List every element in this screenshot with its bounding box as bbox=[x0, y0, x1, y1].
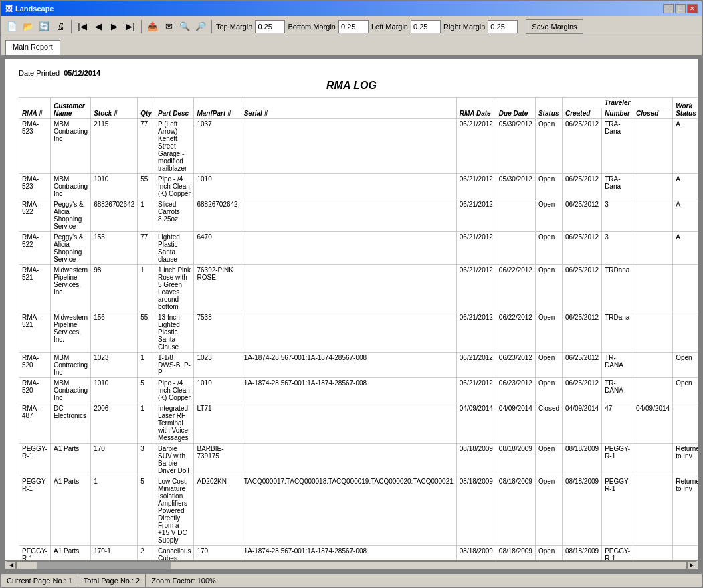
cell-due_date: 06/22/2012 bbox=[496, 265, 535, 312]
email-icon[interactable]: ✉ bbox=[162, 20, 175, 33]
prev-page-icon[interactable]: ◀ bbox=[92, 20, 105, 33]
cell-customer: A1 Parts bbox=[50, 546, 90, 561]
toolbar-separator-3 bbox=[211, 20, 212, 33]
cell-manf: LT71 bbox=[194, 403, 241, 444]
cell-status: Open bbox=[535, 378, 562, 403]
new-icon[interactable]: 📄 bbox=[5, 20, 19, 33]
cell-work_status: Returned to Inv bbox=[673, 444, 698, 476]
top-margin-input[interactable] bbox=[255, 20, 285, 33]
toolbar-separator-2 bbox=[141, 20, 142, 33]
close-button[interactable]: ✕ bbox=[687, 4, 698, 13]
cell-qty: 3 bbox=[138, 444, 155, 476]
refresh-icon[interactable]: 🔄 bbox=[37, 20, 51, 33]
cell-rma_date: 06/21/2012 bbox=[456, 353, 496, 378]
cell-closed bbox=[633, 353, 673, 378]
cell-created: 06/25/2012 bbox=[563, 353, 602, 378]
cell-manf: AD202KN bbox=[194, 476, 241, 546]
cell-customer: Midwestern Pipeline Services, Inc. bbox=[50, 265, 90, 312]
table-row: RMA-523MBM Contracting Inc101055Pipe - /… bbox=[19, 174, 698, 199]
cell-part: Barbie SUV with Barbie Driver Doll bbox=[155, 444, 193, 476]
col-header-qty: Qty bbox=[138, 98, 155, 119]
cell-status: Open bbox=[535, 312, 562, 353]
cell-stock: 1010 bbox=[91, 378, 138, 403]
cell-rma_date: 06/21/2012 bbox=[456, 174, 496, 199]
save-margins-button[interactable]: Save Margins bbox=[526, 19, 583, 34]
open-icon[interactable]: 📂 bbox=[21, 20, 35, 33]
zoom-icon[interactable]: 🔎 bbox=[194, 20, 207, 33]
cell-part: Integrated Laser RF Terminal with Voice … bbox=[155, 403, 193, 444]
status-bar: Current Page No.: 1 Total Page No.: 2 Zo… bbox=[1, 573, 702, 587]
cell-due_date: 04/09/2014 bbox=[496, 403, 535, 444]
cell-serial: TACQ000017:TACQ000018:TACQ000019:TACQ000… bbox=[241, 476, 456, 546]
export-icon[interactable]: 📤 bbox=[146, 20, 159, 33]
cell-status: Open bbox=[535, 199, 562, 232]
col-header-number: Number bbox=[602, 108, 633, 119]
cell-number: PEGGY-R-1 bbox=[602, 444, 633, 476]
cell-work_status bbox=[673, 546, 698, 561]
report-tbody: RMA-523MBM Contracting Inc211577P (Left … bbox=[19, 119, 698, 561]
cell-stock: 170 bbox=[91, 444, 138, 476]
last-page-icon[interactable]: ▶| bbox=[124, 20, 137, 33]
bottom-margin-label: Bottom Margin bbox=[288, 23, 336, 31]
title-bar-controls: ─ □ ✕ bbox=[663, 4, 698, 13]
cell-customer: Peggy's & Alicia Shopping Service bbox=[50, 232, 90, 265]
title-bar: 🖼 Landscape ─ □ ✕ bbox=[1, 1, 702, 16]
cell-manf: 7538 bbox=[194, 312, 241, 353]
left-margin-input[interactable] bbox=[411, 20, 441, 33]
cell-due_date: 06/23/2012 bbox=[496, 378, 535, 403]
cell-work_status: A bbox=[673, 174, 698, 199]
cell-number: TRDana bbox=[602, 312, 633, 353]
cell-stock: 1010 bbox=[91, 174, 138, 199]
cell-rma_date: 06/21/2012 bbox=[456, 378, 496, 403]
cell-rma: RMA-522 bbox=[19, 199, 51, 232]
h-scrollbar-thumb[interactable] bbox=[37, 562, 171, 569]
cell-work_status bbox=[673, 265, 698, 312]
cell-customer: MBM Contracting Inc bbox=[50, 378, 90, 403]
maximize-button[interactable]: □ bbox=[675, 4, 686, 13]
cell-qty: 77 bbox=[138, 119, 155, 174]
print-icon[interactable]: 🖨 bbox=[54, 20, 67, 33]
cell-part: Pipe - /4 Inch Clean (K) Copper bbox=[155, 378, 193, 403]
right-margin-input[interactable] bbox=[488, 20, 518, 33]
next-page-icon[interactable]: ▶ bbox=[108, 20, 121, 33]
tab-bar: Main Report bbox=[1, 37, 702, 55]
cell-rma: PEGGY-R-1 bbox=[19, 546, 51, 561]
cell-part: 13 Inch Lighted Plastic Santa Clause bbox=[155, 312, 193, 353]
minimize-button[interactable]: ─ bbox=[663, 4, 674, 13]
bottom-margin-input[interactable] bbox=[338, 20, 369, 33]
cell-work_status: Open bbox=[673, 378, 698, 403]
cell-work_status bbox=[673, 312, 698, 353]
report-container[interactable]: Date Printed 05/12/2014 RMA LOG RMA # Cu… bbox=[5, 59, 698, 560]
cell-rma: RMA-487 bbox=[19, 403, 51, 444]
date-printed-label: Date Printed bbox=[19, 69, 60, 77]
cell-serial bbox=[241, 312, 456, 353]
col-header-status: Status bbox=[535, 98, 562, 119]
top-margin-label: Top Margin bbox=[216, 23, 252, 31]
current-page-status: Current Page No.: 1 bbox=[1, 574, 78, 587]
scroll-right-button[interactable]: ▶ bbox=[687, 561, 696, 569]
h-scrollbar-track[interactable] bbox=[16, 561, 687, 569]
cell-closed bbox=[633, 199, 673, 232]
cell-number: TR-DANA bbox=[602, 378, 633, 403]
cell-created: 08/18/2009 bbox=[563, 444, 602, 476]
cell-part: Lighted Plastic Santa clause bbox=[155, 232, 193, 265]
report-title: RMA LOG bbox=[19, 80, 684, 92]
col-header-customer: Customer Name bbox=[50, 98, 90, 119]
main-window: 🖼 Landscape ─ □ ✕ 📄 📂 🔄 🖨 |◀ ◀ ▶ ▶| 📤 ✉ … bbox=[0, 0, 703, 588]
cell-due_date: 05/30/2012 bbox=[496, 119, 535, 174]
cell-customer: DC Electronics bbox=[50, 403, 90, 444]
scroll-left-button[interactable]: ◀ bbox=[7, 561, 16, 569]
cell-rma: RMA-523 bbox=[19, 174, 51, 199]
table-row: RMA-521Midwestern Pipeline Services, Inc… bbox=[19, 265, 698, 312]
cell-created: 06/25/2012 bbox=[563, 174, 602, 199]
cell-closed bbox=[633, 232, 673, 265]
cell-status: Closed bbox=[535, 403, 562, 444]
cell-number: 3 bbox=[602, 199, 633, 232]
cell-stock: 98 bbox=[91, 265, 138, 312]
cell-customer: MBM Contracting Inc bbox=[50, 174, 90, 199]
cell-qty: 55 bbox=[138, 312, 155, 353]
search-icon[interactable]: 🔍 bbox=[178, 20, 191, 33]
main-report-tab[interactable]: Main Report bbox=[5, 40, 60, 55]
cell-status: Open bbox=[535, 353, 562, 378]
first-page-icon[interactable]: |◀ bbox=[76, 20, 89, 33]
